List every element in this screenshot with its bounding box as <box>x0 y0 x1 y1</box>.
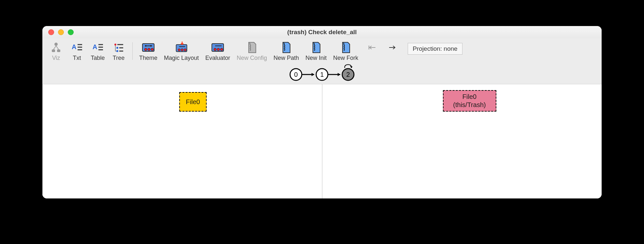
toolbar-tree-label: Tree <box>113 55 124 61</box>
evaluator-icon <box>211 41 225 54</box>
table-icon: A <box>91 41 105 54</box>
trace-graph: 0 1 2 <box>280 63 364 84</box>
toolbar-tree[interactable]: Tree <box>108 41 129 61</box>
tree-icon <box>111 41 126 54</box>
svg-point-18 <box>144 48 147 51</box>
window-title: (trash) Check delete_all <box>42 29 602 36</box>
svg-point-19 <box>148 48 150 51</box>
toolbar-prev[interactable] <box>361 41 382 61</box>
toolbar-new-fork[interactable]: New Fork <box>330 41 361 61</box>
svg-rect-23 <box>150 45 152 47</box>
svg-point-13 <box>116 47 118 49</box>
toolbar-viz[interactable]: Viz <box>46 41 66 61</box>
window-controls <box>42 29 74 35</box>
svg-point-25 <box>178 49 180 51</box>
node-label-2: (this/Trash) <box>453 101 486 109</box>
toolbar-new-init[interactable]: New Init <box>302 41 330 61</box>
trace-step-2[interactable]: 2 <box>346 71 350 78</box>
svg-point-30 <box>214 48 216 51</box>
trace-step-1[interactable]: 1 <box>320 71 324 78</box>
svg-text:A: A <box>93 43 97 50</box>
projection-label: Projection: none <box>413 45 457 52</box>
toolbar-new-fork-label: New Fork <box>333 55 358 61</box>
svg-point-0 <box>54 43 58 46</box>
toolbar-theme-label: Theme <box>139 55 157 61</box>
toolbar-next-label <box>392 55 394 61</box>
toolbar-theme[interactable]: Theme <box>136 41 161 61</box>
toolbar-new-path-label: New Path <box>273 55 299 61</box>
svg-text:A: A <box>72 43 76 50</box>
toolbar-table[interactable]: A Table <box>87 41 108 61</box>
toolbar: Viz A Txt A Tabl <box>42 38 602 63</box>
toolbar-txt[interactable]: A Txt <box>66 41 87 61</box>
next-icon <box>386 41 400 54</box>
magic-layout-icon <box>174 41 189 54</box>
svg-point-15 <box>116 50 118 52</box>
toolbar-evaluator-label: Evaluator <box>205 55 230 61</box>
viz-icon <box>49 41 63 54</box>
new-init-icon <box>309 41 323 54</box>
toolbar-separator <box>132 42 133 60</box>
toolbar-magic-layout-label: Magic Layout <box>164 55 199 61</box>
svg-point-20 <box>151 48 154 51</box>
new-path-icon <box>279 41 293 54</box>
right-pane[interactable]: File0 (this/Trash) <box>322 84 602 198</box>
prev-icon <box>365 41 379 54</box>
toolbar-viz-label: Viz <box>52 55 60 61</box>
svg-rect-1 <box>52 49 55 52</box>
toolbar-new-config-label: New Config <box>237 55 267 61</box>
theme-icon <box>141 41 155 54</box>
projection-selector[interactable]: Projection: none <box>408 43 462 55</box>
node-label-1: File0 <box>462 93 476 101</box>
text-icon: A <box>70 41 84 54</box>
svg-point-11 <box>114 44 116 46</box>
left-pane[interactable]: File0 <box>42 84 322 198</box>
svg-point-26 <box>181 49 183 51</box>
svg-point-32 <box>220 48 223 51</box>
canvas: File0 File0 (this/Trash) <box>42 84 602 198</box>
trace-bar: 0 1 2 <box>42 63 602 84</box>
app-window: (trash) Check delete_all Viz A <box>42 26 602 198</box>
toolbar-prev-label <box>371 55 373 61</box>
svg-point-31 <box>217 48 220 51</box>
node-label: File0 <box>186 98 200 106</box>
titlebar: (trash) Check delete_all <box>42 26 602 38</box>
toolbar-new-config[interactable]: New Config <box>233 41 270 61</box>
window-minimize-button[interactable] <box>58 29 64 35</box>
window-maximize-button[interactable] <box>68 29 74 35</box>
new-config-icon <box>245 41 259 54</box>
toolbar-magic-layout[interactable]: Magic Layout <box>161 41 202 61</box>
toolbar-txt-label: Txt <box>73 55 81 61</box>
trace-step-0[interactable]: 0 <box>294 71 298 78</box>
svg-rect-2 <box>57 49 60 52</box>
toolbar-table-label: Table <box>91 55 105 61</box>
node-file0-right[interactable]: File0 (this/Trash) <box>443 90 496 112</box>
toolbar-new-path[interactable]: New Path <box>270 41 302 61</box>
toolbar-new-init-label: New Init <box>305 55 327 61</box>
window-close-button[interactable] <box>48 29 54 35</box>
toolbar-next[interactable] <box>382 41 403 61</box>
new-fork-icon <box>339 41 353 54</box>
node-file0-left[interactable]: File0 <box>179 92 207 112</box>
toolbar-evaluator[interactable]: Evaluator <box>202 41 233 61</box>
svg-point-27 <box>184 49 186 51</box>
svg-rect-22 <box>145 45 146 47</box>
